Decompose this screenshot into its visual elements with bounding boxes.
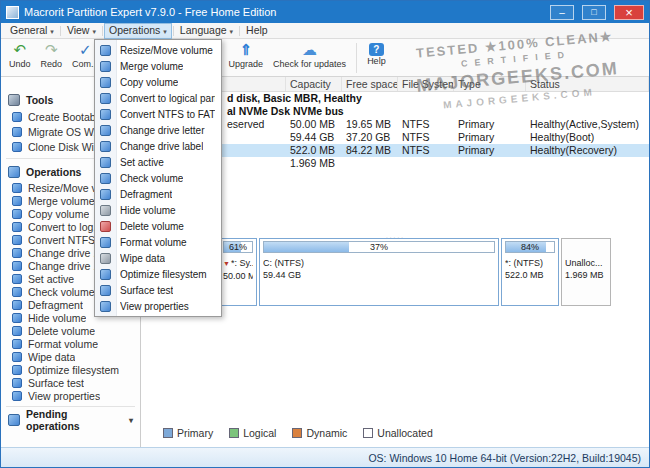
properties-icon xyxy=(12,391,22,401)
partition-block-unallocated[interactable]: Unalloc... 1.969 MB xyxy=(561,238,611,306)
os-info: OS: Windows 10 Home 64-bit (Version:22H2… xyxy=(368,452,641,464)
close-button[interactable] xyxy=(614,5,644,20)
menubar: General View Operations Language Help xyxy=(1,23,649,39)
col-free-space[interactable]: Free space xyxy=(342,77,398,91)
set-active-icon xyxy=(100,157,111,168)
menu-item-label: Change drive label xyxy=(120,141,203,152)
menu-help-label: Help xyxy=(246,23,268,38)
defragment-icon xyxy=(100,189,111,200)
menu-item-check-volume[interactable]: Check volume xyxy=(95,170,221,186)
menu-item-convert-ntfs-to-fat32[interactable]: Convert NTFS to FAT32 xyxy=(95,106,221,122)
cell-file-system: NTFS xyxy=(398,131,454,144)
menu-language-label: Language xyxy=(180,23,227,38)
undo-button[interactable]: Undo xyxy=(5,41,35,69)
menu-item-convert-to-logical-partition[interactable]: Convert to logical partition xyxy=(95,90,221,106)
sidebar-item-wipe-data[interactable]: Wipe data xyxy=(1,350,140,363)
cell-capacity: 50.00 MB xyxy=(286,118,342,131)
format-volume-icon xyxy=(100,237,111,248)
convert-logical-icon xyxy=(12,222,22,232)
menu-view[interactable]: View xyxy=(62,23,101,39)
sidebar-item-label: Create Bootab... xyxy=(28,111,104,123)
menubar-divider xyxy=(173,26,174,36)
optimize-icon xyxy=(12,365,22,375)
usage-bar: 61% xyxy=(223,241,253,253)
sidebar-item-label: Wipe data xyxy=(28,351,75,363)
menubar-divider xyxy=(239,26,240,36)
cell-status: Healthy(Boot) xyxy=(526,131,649,144)
sidebar-item-format-volume[interactable]: Format volume xyxy=(1,337,140,350)
menu-item-surface-test[interactable]: Surface test xyxy=(95,282,221,298)
col-type[interactable]: Type xyxy=(454,77,526,91)
minimize-button[interactable] xyxy=(550,5,574,20)
sidebar-item-label: View properties xyxy=(28,390,100,402)
sidebar-item-label: Optimize filesystem xyxy=(28,364,119,376)
menu-item-label: Check volume xyxy=(120,173,183,184)
disk-group-line1: d disk, Basic MBR, Healthy xyxy=(227,92,649,105)
sidebar-item-label: Delete volume xyxy=(28,325,95,337)
menu-item-defragment[interactable]: Defragment xyxy=(95,186,221,202)
sidebar-divider xyxy=(6,406,135,407)
cloud-update-icon xyxy=(301,41,319,59)
menu-language[interactable]: Language xyxy=(175,23,238,39)
properties-icon xyxy=(100,301,111,312)
cell-type: Primary xyxy=(454,131,526,144)
titlebar: Macrorit Partition Expert v7.9.0 - Free … xyxy=(1,1,649,23)
menu-item-change-drive-label[interactable]: Change drive label xyxy=(95,138,221,154)
chevron-down-icon xyxy=(47,23,54,39)
hide-volume-icon xyxy=(12,313,22,323)
sidebar-item-delete-volume[interactable]: Delete volume xyxy=(1,324,140,337)
delete-volume-icon xyxy=(12,326,22,336)
col-file-system[interactable]: File System xyxy=(398,77,454,91)
maximize-button[interactable] xyxy=(582,5,606,20)
drive-label-icon xyxy=(100,141,111,152)
col-status[interactable]: Status xyxy=(526,77,649,91)
redo-button[interactable]: Redo xyxy=(37,41,67,69)
partition-block-recovery[interactable]: 84% *: (NTFS) 522.0 MB xyxy=(501,238,559,306)
drive-letter-icon xyxy=(12,248,22,258)
menu-item-merge-volume[interactable]: Merge volume xyxy=(95,58,221,74)
help-button[interactable]: Help xyxy=(363,41,390,66)
upgrade-icon xyxy=(237,41,255,59)
legend-unallocated: Unallocated xyxy=(363,427,432,439)
menu-item-set-active[interactable]: Set active xyxy=(95,154,221,170)
warning-icon xyxy=(223,260,230,267)
menu-item-label: Defragment xyxy=(120,189,172,200)
menu-item-label: Wipe data xyxy=(120,253,165,264)
menu-item-change-drive-letter[interactable]: Change drive letter xyxy=(95,122,221,138)
menu-item-label: Format volume xyxy=(120,237,187,248)
sidebar-item-label: Convert NTFS... xyxy=(28,234,104,246)
menu-item-label: Resize/Move volume xyxy=(120,45,213,56)
legend-label: Primary xyxy=(177,427,213,439)
merge-icon xyxy=(12,196,22,206)
menu-item-label: Optimize filesystem xyxy=(120,269,207,280)
menu-item-copy-volume[interactable]: Copy volume xyxy=(95,74,221,90)
sidebar-item-optimize-filesystem[interactable]: Optimize filesystem xyxy=(1,363,140,376)
undo-icon xyxy=(11,41,29,59)
gear-icon xyxy=(8,166,20,178)
check-for-updates-button[interactable]: Check for updates xyxy=(269,41,350,69)
partition-size: 1.969 MB xyxy=(565,269,607,281)
menu-help[interactable]: Help xyxy=(241,23,273,39)
sidebar-item-label: Format volume xyxy=(28,338,98,350)
col-capacity[interactable]: Capacity xyxy=(286,77,342,91)
sidebar-item-view-properties[interactable]: View properties xyxy=(1,389,140,402)
sidebar-item-surface-test[interactable]: Surface test xyxy=(1,376,140,389)
menu-item-resize-move-volume[interactable]: Resize/Move volume xyxy=(95,42,221,58)
pending-operations-icon xyxy=(8,414,20,426)
partition-block-c[interactable]: 37% C: (NTFS) 59.44 GB xyxy=(259,238,499,306)
menu-item-optimize-filesystem[interactable]: Optimize filesystem xyxy=(95,266,221,282)
partition-block-system-reserved[interactable]: 61% *: Sy... 50.00 MB xyxy=(219,238,257,306)
menu-item-wipe-data[interactable]: Wipe data xyxy=(95,250,221,266)
copy-icon xyxy=(100,77,111,88)
cell-file-system xyxy=(398,157,454,170)
menu-item-view-properties[interactable]: View properties xyxy=(95,298,221,314)
menu-operations[interactable]: Operations xyxy=(104,23,172,39)
menu-general[interactable]: General xyxy=(5,23,59,39)
menu-item-label: Merge volume xyxy=(120,61,183,72)
menu-item-delete-volume[interactable]: Delete volume xyxy=(95,218,221,234)
app-window: Macrorit Partition Expert v7.9.0 - Free … xyxy=(0,0,650,468)
upgrade-button[interactable]: Upgrade xyxy=(225,41,268,69)
menu-item-hide-volume[interactable]: Hide volume xyxy=(95,202,221,218)
sidebar-section-pending-operations[interactable]: Pending operations xyxy=(1,411,140,429)
menu-item-format-volume[interactable]: Format volume xyxy=(95,234,221,250)
